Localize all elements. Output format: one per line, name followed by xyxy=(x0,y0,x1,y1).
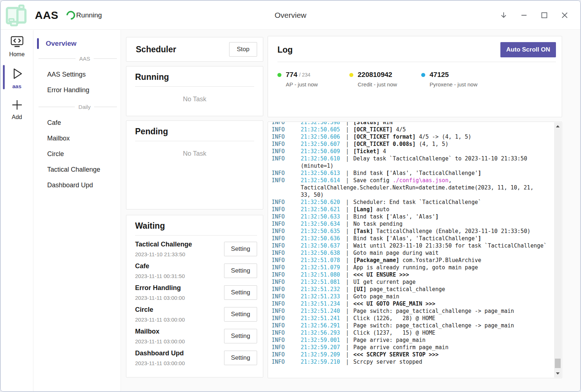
stat-pyroxene: 47125Pyroxene - just now xyxy=(421,71,493,87)
log-separator: | xyxy=(346,199,349,206)
task-next-run: 2023-11-10 21:33:50 xyxy=(135,251,192,257)
log-timestamp: 21:32:50.609 xyxy=(301,148,346,155)
nav-item-aas-settings[interactable]: AAS Settings xyxy=(33,67,121,82)
nav-item-circle[interactable]: Circle xyxy=(33,146,121,162)
nav-item-overview[interactable]: Overview xyxy=(33,37,121,50)
rail-active-indicator xyxy=(3,65,5,89)
log-separator: | xyxy=(346,122,349,126)
log-timestamp: 21:32:51.078 xyxy=(301,257,346,264)
nav-section-label: AAS xyxy=(79,56,90,62)
running-empty-text: No Task xyxy=(135,95,254,103)
log-separator: | xyxy=(346,278,349,286)
stat-value-row: 220810942 xyxy=(349,71,421,79)
divider-line xyxy=(38,58,76,59)
log-message: [Status] WIN xyxy=(353,122,554,126)
log-separator: | xyxy=(346,329,349,336)
waiting-task-error-handling: Error Handling2023-11-11 03:00:00Setting xyxy=(135,284,257,301)
log-separator: | xyxy=(346,148,349,155)
log-scrollbar[interactable] xyxy=(554,122,561,377)
rail-item-aas[interactable]: aas xyxy=(1,61,33,93)
nav-item-cafe[interactable]: Cafe xyxy=(33,115,121,131)
scrollbar-down-icon[interactable] xyxy=(554,370,561,377)
task-setting-button[interactable]: Setting xyxy=(224,351,257,365)
log-level: INFO xyxy=(272,351,301,358)
stat-dot-icon xyxy=(277,73,281,77)
auto-scroll-button[interactable]: Auto Scroll ON xyxy=(500,42,556,57)
log-message: [Package_name] com.YostarJP.BlueArchive xyxy=(353,257,554,264)
log-message: Delay task `TacticalChallenge` to 2023-1… xyxy=(353,155,554,162)
log-separator: | xyxy=(346,336,349,344)
log-separator: | xyxy=(346,235,349,242)
log-line: INFO21:32:50.637|Wait until 2023-11-10 2… xyxy=(272,242,554,249)
scheduler-stop-button[interactable]: Stop xyxy=(229,42,257,57)
stat-label: AP - just now xyxy=(277,81,349,87)
waiting-task-mailbox: Mailbox2023-11-11 03:00:00Setting xyxy=(135,328,257,344)
log-separator: | xyxy=(346,300,349,307)
nav-item-tactical-challenge[interactable]: Tactical Challenge xyxy=(33,162,121,177)
task-name: Mailbox xyxy=(135,328,185,335)
log-timestamp: 21:32:50.610 xyxy=(301,155,346,162)
log-level: INFO xyxy=(272,220,301,228)
log-separator: | xyxy=(346,155,349,162)
stat-credit: 220810942Credit - just now xyxy=(349,71,421,87)
log-message: Page switch: page_tactical_challenge -> … xyxy=(353,322,554,329)
task-setting-button[interactable]: Setting xyxy=(224,242,257,256)
log-line: INFO21:32:50.607|[OCR_TICKET 0.008s] (4,… xyxy=(272,140,554,148)
task-info: Circle2023-11-11 03:00:00 xyxy=(135,306,185,323)
scrollbar-up-icon[interactable] xyxy=(554,123,561,130)
log-separator: | xyxy=(346,133,349,140)
task-setting-button[interactable]: Setting xyxy=(224,307,257,322)
minimize-button[interactable] xyxy=(519,11,529,20)
log-level: INFO xyxy=(272,133,301,140)
running-card: Running No Task xyxy=(126,66,263,116)
nav-item-mailbox[interactable]: Mailbox xyxy=(33,131,121,146)
close-button[interactable] xyxy=(560,11,569,20)
stat-dot-icon xyxy=(421,73,425,77)
rail-item-add[interactable]: Add xyxy=(1,93,33,124)
log-timestamp: 21:32:51.232 xyxy=(301,286,346,293)
nav-item-error-handling[interactable]: Error Handling xyxy=(33,82,121,98)
log-timestamp: 21:32:50.598 xyxy=(301,122,346,126)
log-separator: | xyxy=(346,358,349,366)
stat-ap: 774/ 234AP - just now xyxy=(277,71,349,87)
log-line: INFO21:32:50.613|Bind task ['Alas', 'Tac… xyxy=(272,170,554,177)
rail-item-home[interactable]: Home xyxy=(1,30,33,61)
log-title: Log xyxy=(277,45,293,55)
log-line: INFO21:32:50.620|Scheduler: End task `Ta… xyxy=(272,199,554,206)
log-level: INFO xyxy=(272,206,301,213)
log-message: Goto main page during wait xyxy=(353,249,554,257)
log-message: Bind task ['Alas', 'TacticalChallenge'] xyxy=(353,235,554,242)
task-next-run: 2023-11-11 00:31:50 xyxy=(135,273,185,279)
running-title: Running xyxy=(135,72,254,82)
log-line: INFO21:32:50.636|Bind task ['Alas', 'Tac… xyxy=(272,235,554,242)
waiting-task-circle: Circle2023-11-11 03:00:00Setting xyxy=(135,306,257,323)
log-level: INFO xyxy=(272,271,301,278)
log-message: 33, 50) xyxy=(301,191,554,199)
maximize-button[interactable] xyxy=(540,11,549,20)
task-setting-button[interactable]: Setting xyxy=(224,329,257,343)
update-download-icon[interactable] xyxy=(499,11,508,20)
log-timestamp: 21:32:50.620 xyxy=(301,199,346,206)
log-line: INFO21:32:50.634|No task pending xyxy=(272,220,554,228)
task-setting-button[interactable]: Setting xyxy=(224,264,257,278)
log-message: [Lang] auto xyxy=(353,206,554,213)
stat-label: Pyroxene - just now xyxy=(421,81,493,87)
log-message: Scrcpy server stopped xyxy=(353,358,554,366)
log-level: INFO xyxy=(272,344,301,351)
log-viewer[interactable]: INFO21:32:50.598|[Status] WININFO21:32:5… xyxy=(268,122,562,378)
status-text: Running xyxy=(76,11,102,19)
log-line: INFO21:32:50.633|Bind task ['Alas', 'Ala… xyxy=(272,213,554,220)
log-message: [Ticket] 4 xyxy=(353,148,554,155)
log-line: INFO21:32:50.621|[Lang] auto xyxy=(272,206,554,213)
log-separator: | xyxy=(346,126,349,133)
stat-dot-icon xyxy=(349,73,353,77)
log-separator: | xyxy=(346,220,349,228)
task-setting-button[interactable]: Setting xyxy=(224,285,257,300)
scrollbar-thumb[interactable] xyxy=(555,359,561,368)
log-message: Scheduler: End task `TacticalChallenge` xyxy=(353,199,554,206)
log-separator: | xyxy=(346,322,349,329)
stat-value-row: 774/ 234 xyxy=(277,71,349,79)
log-card: Log Auto Scroll ON 774/ 234AP - just now… xyxy=(268,36,562,117)
window-controls xyxy=(499,11,580,20)
nav-item-dashboard-upd[interactable]: Dashboard Upd xyxy=(33,177,121,193)
